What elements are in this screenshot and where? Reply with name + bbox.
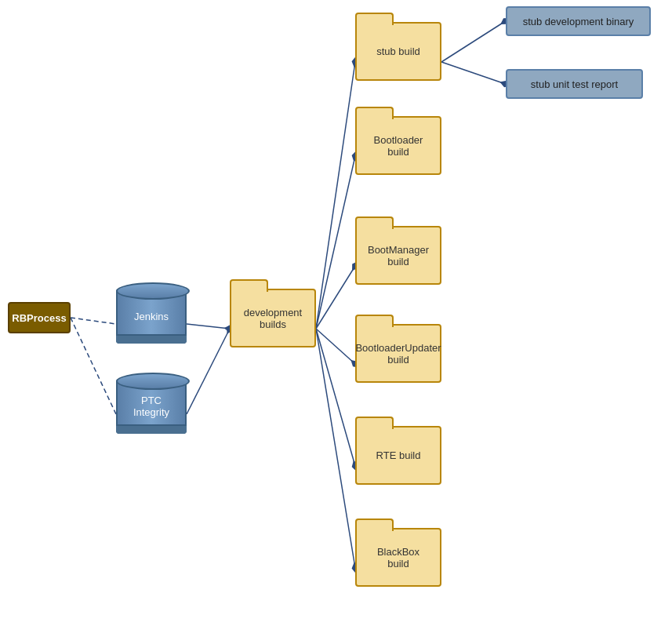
svg-line-10 — [316, 329, 355, 466]
blackboxbuild-node[interactable]: BlackBox build — [355, 528, 441, 587]
stubunitreport-node[interactable]: stub unit test report — [506, 69, 643, 99]
svg-line-3 — [71, 318, 116, 414]
stubunitreport-label: stub unit test report — [531, 78, 618, 90]
rtebuild-label: RTE build — [376, 449, 421, 461]
devbuilds-label: development builds — [244, 307, 302, 330]
rtebuild-node[interactable]: RTE build — [355, 426, 441, 485]
devbuilds-shape: development builds — [230, 289, 316, 347]
svg-line-8 — [316, 266, 355, 329]
bootmanagerbuild-shape: BootManager build — [355, 226, 441, 285]
bootloaderbuild-label: Bootloader build — [374, 134, 423, 158]
rtebuild-shape: RTE build — [355, 426, 441, 485]
ptc-shape: PTC Integrity — [116, 379, 187, 434]
svg-line-9 — [316, 329, 355, 364]
bootmanagerbuild-node[interactable]: BootManager build — [355, 226, 441, 285]
stubbuild-shape: stub build — [355, 22, 441, 81]
svg-line-2 — [71, 318, 116, 324]
devbuilds-node[interactable]: development builds — [230, 289, 316, 347]
svg-line-4 — [187, 324, 230, 329]
stubbuild-label: stub build — [376, 45, 420, 57]
jenkins-node[interactable]: Jenkins — [116, 289, 187, 344]
blackboxbuild-label: BlackBox build — [377, 546, 419, 569]
jenkins-label: Jenkins — [134, 311, 169, 322]
rbprocess-node[interactable]: RBProcess — [8, 302, 71, 333]
stubdevbinary-label: stub development binary — [523, 16, 634, 27]
diagram-container: RBProcess Jenkins PTC Integrity developm… — [0, 0, 661, 644]
stubbuild-node[interactable]: stub build — [355, 22, 441, 81]
bootloaderupdaterbuild-node[interactable]: BootloaderUpdater build — [355, 324, 441, 383]
rbprocess-label: RBProcess — [12, 312, 66, 324]
bootloaderbuild-node[interactable]: Bootloader build — [355, 116, 441, 175]
svg-line-13 — [441, 62, 506, 84]
bootloaderbuild-shape: Bootloader build — [355, 116, 441, 175]
stubdevbinary-node[interactable]: stub development binary — [506, 6, 651, 36]
jenkins-shape: Jenkins — [116, 289, 187, 344]
svg-line-12 — [441, 21, 506, 62]
svg-line-7 — [316, 156, 355, 329]
svg-line-5 — [187, 329, 230, 414]
ptc-node[interactable]: PTC Integrity — [116, 379, 187, 434]
blackboxbuild-shape: BlackBox build — [355, 528, 441, 587]
ptc-label: PTC Integrity — [133, 395, 169, 418]
svg-line-11 — [316, 329, 355, 568]
bootloaderupdaterbuild-shape: BootloaderUpdater build — [355, 324, 441, 383]
svg-line-6 — [316, 62, 355, 329]
bootmanagerbuild-label: BootManager build — [368, 244, 429, 267]
bootloaderupdaterbuild-label: BootloaderUpdater build — [355, 342, 441, 366]
